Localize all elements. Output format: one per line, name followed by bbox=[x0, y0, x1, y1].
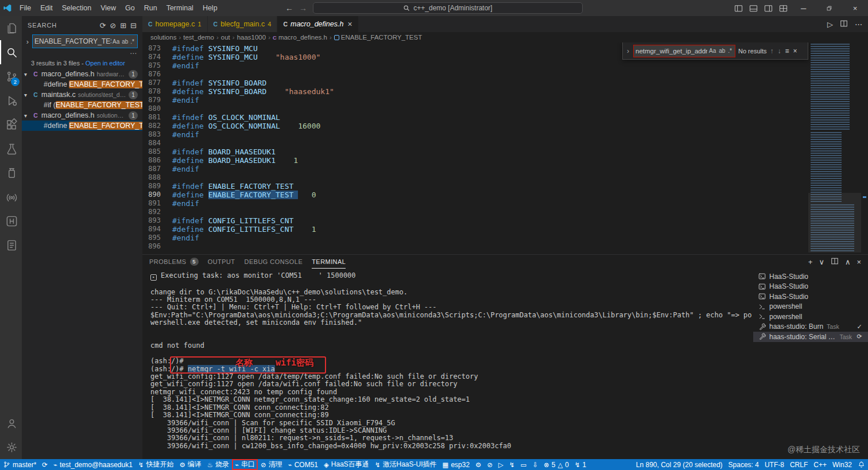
search-match[interactable]: #define ENABLE_FACTORY_TEST 0 bbox=[22, 79, 142, 90]
panel-tab-terminal[interactable]: TERMINAL bbox=[312, 255, 346, 269]
restore-button[interactable] bbox=[816, 0, 842, 16]
toggle-replace-icon[interactable]: › bbox=[24, 37, 31, 46]
status-trash-2[interactable]: ⊘ bbox=[484, 459, 495, 470]
broadcast-icon[interactable] bbox=[0, 185, 22, 209]
minimap[interactable] bbox=[808, 42, 861, 254]
status-serial-port[interactable]: ⌁串口 bbox=[232, 459, 258, 470]
extensions-icon[interactable] bbox=[0, 112, 22, 137]
menu-help[interactable]: Help bbox=[198, 4, 222, 12]
toggle-panel-icon[interactable] bbox=[746, 0, 761, 16]
breadcrumb-item[interactable]: haas1000 bbox=[237, 34, 266, 41]
test-flask-icon[interactable] bbox=[0, 137, 22, 161]
device-manager-icon[interactable] bbox=[0, 233, 22, 257]
status-haas-helper[interactable]: ◈HaaS百事通 bbox=[321, 459, 372, 470]
forward-arrow-icon[interactable]: → bbox=[299, 3, 307, 13]
customize-layout-icon[interactable] bbox=[776, 0, 790, 16]
maximize-panel-icon[interactable]: ∧ bbox=[845, 258, 851, 266]
close-icon[interactable]: × bbox=[347, 20, 352, 29]
terminal-list-item[interactable]: HaaS-Studio bbox=[753, 292, 868, 302]
status-screen[interactable]: ▭ bbox=[518, 459, 530, 470]
search-result-file[interactable]: ▾Cmaintask.csolutions\test_demo1 bbox=[22, 90, 142, 100]
status-activate-haas-ui[interactable]: ↯激活HaaS-UI插件 bbox=[372, 459, 440, 470]
search-result-file[interactable]: ▾Cmacro_defines.hhardware\chip...1 bbox=[22, 69, 142, 79]
status-cursor-position[interactable]: Ln 890, Col 29 (20 selected) bbox=[633, 459, 726, 470]
split-terminal-icon[interactable] bbox=[831, 257, 839, 267]
clear-search-results-icon[interactable]: ⊘ bbox=[110, 21, 116, 30]
find-input[interactable] bbox=[636, 48, 707, 55]
status-problems[interactable]: ⊗5△0 bbox=[541, 459, 572, 470]
tab-homepage-c[interactable]: Chomepage.c1 bbox=[142, 16, 208, 32]
search-input[interactable] bbox=[34, 37, 111, 45]
status-notifications[interactable] bbox=[855, 459, 868, 470]
status-download[interactable]: ⇩ bbox=[529, 459, 541, 470]
terminal-list-item[interactable]: HaaS-Studio bbox=[753, 271, 868, 282]
status-ports[interactable]: ↯1 bbox=[572, 459, 589, 470]
status-com-port[interactable]: ⌁COM51 bbox=[285, 459, 321, 470]
collapse-all-icon[interactable]: ⊟ bbox=[130, 21, 137, 30]
status-clean[interactable]: ⊘清理 bbox=[258, 459, 285, 470]
previous-match-icon[interactable]: ↑ bbox=[770, 47, 774, 55]
status-eol[interactable]: CRLF bbox=[787, 459, 811, 470]
source-control-icon[interactable]: 2 bbox=[0, 64, 22, 88]
status-sync[interactable]: ⟳ bbox=[39, 459, 51, 470]
status-project-target[interactable]: ⌁test_demo@haaseduk1 bbox=[51, 459, 135, 470]
terminal-list-item[interactable]: powershell bbox=[753, 312, 868, 322]
code-area[interactable]: 873#ifndef SYSINFO_MCU874#define SYSINFO… bbox=[142, 42, 808, 254]
find-regex-toggle[interactable]: .* bbox=[727, 47, 733, 55]
close-window-button[interactable]: × bbox=[842, 0, 868, 16]
terminal-output[interactable]: 名称 wifi密码 ▸Executing task: aos monitor '… bbox=[142, 269, 753, 459]
menu-run[interactable]: Run bbox=[140, 4, 162, 12]
terminal-list-item[interactable]: haas-studio: Serial MonitorTask⟳ bbox=[753, 332, 868, 342]
status-esp32[interactable]: ▦esp32 bbox=[440, 459, 473, 470]
terminal-list-item[interactable]: haas-studio: BurnTask✓ bbox=[753, 322, 868, 332]
match-case-toggle[interactable]: Aa bbox=[111, 38, 121, 45]
minimap-slider[interactable] bbox=[808, 193, 861, 253]
status-bolt-2[interactable]: ↯ bbox=[506, 459, 518, 470]
next-match-icon[interactable]: ↓ bbox=[777, 47, 782, 55]
regex-toggle[interactable]: .* bbox=[129, 38, 135, 45]
find-match-case-toggle[interactable]: Aa bbox=[708, 47, 717, 55]
whole-word-toggle[interactable]: ab bbox=[121, 38, 129, 45]
refresh-icon[interactable]: ⟳ bbox=[99, 21, 106, 30]
status-platform[interactable]: Win32 bbox=[830, 459, 855, 470]
menu-go[interactable]: Go bbox=[121, 4, 140, 12]
panel-tab-debug-console[interactable]: DEBUG CONSOLE bbox=[245, 255, 303, 269]
menu-terminal[interactable]: Terminal bbox=[162, 4, 198, 12]
close-panel-icon[interactable]: × bbox=[857, 258, 861, 266]
search-result-file[interactable]: ▾Cmacro_defines.hsolutions\test_...1 bbox=[22, 110, 142, 121]
terminal-dropdown-icon[interactable]: ∨ bbox=[819, 258, 824, 266]
status-language-mode[interactable]: C++ bbox=[811, 459, 830, 470]
code-editor[interactable]: 873#ifndef SYSINFO_MCU874#define SYSINFO… bbox=[142, 42, 868, 254]
minimize-button[interactable]: ─ bbox=[790, 0, 816, 16]
status-encoding[interactable]: UTF-8 bbox=[762, 459, 787, 470]
breadcrumb-item[interactable]: out bbox=[221, 34, 230, 41]
menu-file[interactable]: File bbox=[15, 4, 36, 12]
settings-gear-icon[interactable] bbox=[0, 435, 22, 459]
tab-blecfg_main-c[interactable]: Cblecfg_main.c4 bbox=[208, 16, 278, 32]
panel-tab-problems[interactable]: PROBLEMS5 bbox=[149, 255, 199, 269]
close-find-widget-icon[interactable]: × bbox=[793, 47, 798, 55]
panel-tab-output[interactable]: OUTPUT bbox=[208, 255, 235, 269]
run-and-debug-icon[interactable] bbox=[0, 88, 22, 112]
breadcrumb-item[interactable]: Cmacro_defines.h bbox=[273, 34, 327, 41]
terminal-list-item[interactable]: HaaS-Studio bbox=[753, 282, 868, 292]
status-git-branch[interactable]: master* bbox=[0, 459, 39, 470]
split-editor-icon[interactable] bbox=[840, 20, 848, 29]
command-center-search[interactable]: c++_demo [Administrator] bbox=[313, 2, 583, 14]
menu-view[interactable]: View bbox=[96, 4, 121, 12]
tab-macro_defines-h[interactable]: Cmacro_defines.h× bbox=[277, 16, 358, 32]
toggle-search-details-icon[interactable]: ⋯ bbox=[130, 49, 137, 56]
status-build[interactable]: ⚙编译 bbox=[177, 459, 204, 470]
overview-ruler[interactable] bbox=[861, 42, 868, 254]
open-in-editor-link[interactable]: Open in editor bbox=[86, 60, 125, 67]
find-whole-word-toggle[interactable]: ab bbox=[718, 47, 726, 55]
breadcrumb-item[interactable]: ENABLE_FACTORY_TEST bbox=[334, 34, 422, 41]
find-in-selection-icon[interactable]: ≡ bbox=[785, 47, 790, 55]
toggle-secondary-sidebar-icon[interactable] bbox=[761, 0, 776, 16]
back-arrow-icon[interactable]: ← bbox=[285, 3, 293, 13]
more-actions-icon[interactable]: ⋯ bbox=[855, 20, 862, 29]
haas-studio-icon[interactable] bbox=[0, 209, 22, 233]
status-flash[interactable]: ♨烧录 bbox=[204, 459, 232, 470]
open-new-search-editor-icon[interactable]: ⊞ bbox=[120, 21, 126, 30]
breadcrumb-item[interactable]: test_demo bbox=[183, 34, 214, 41]
